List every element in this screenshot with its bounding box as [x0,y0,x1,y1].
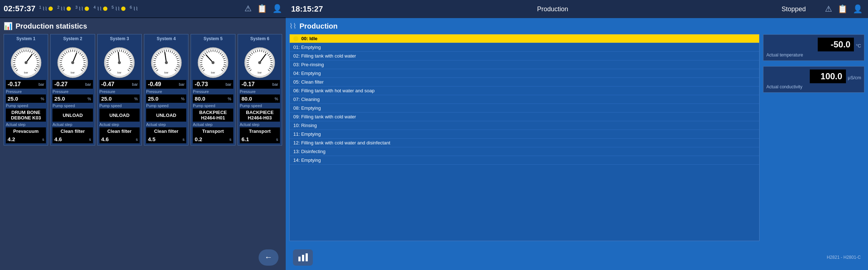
step-item-01[interactable]: 01: Emptying [290,43,759,52]
pressure-label-1: Pressure [6,89,22,94]
cond-label: Actual conductivity [766,84,802,89]
pressure-value-2: -0.27 [54,81,67,88]
pressure-display-3: -0.47 bar [99,80,140,89]
step-item-03[interactable]: 03: Pre-rinsing [290,60,759,69]
step-item-05[interactable]: 05: Clean filter [290,78,759,87]
system-card-4: System 4 bar -1 0 -0.49 bar Pressure 25.… [144,34,188,145]
time-unit-3: s [136,137,138,142]
time-unit-4: s [183,137,185,142]
step-label-12: 12: Filling tank with cold water and dis… [293,140,390,145]
system-title-5: System 5 [204,36,223,41]
time-val-3: 4.6 [101,136,109,142]
right-top-bar: 18:15:27 Production Stopped ⚠ 📋 👤 [286,0,868,18]
svg-text:0: 0 [85,65,86,68]
person-icon-left[interactable]: 👤 [272,4,282,13]
svg-rect-206 [306,253,308,261]
time-display-1: 4.2 s [6,135,46,143]
pressure-unit-2: bar [85,82,91,87]
time-display-2: 4.6 s [52,135,93,143]
step-item-14[interactable]: 14: Emptying [290,156,759,165]
right-status: Stopped [782,5,818,13]
person-icon-right[interactable]: 👤 [853,4,863,14]
step-display-5: BACKPIECE H2464-H01 [193,109,233,122]
pressure-unit-5: bar [226,82,231,87]
step-item-13[interactable]: 13: Disinfecting [290,147,759,156]
pressure-label-5: Pressure [193,89,209,94]
cond-value: 100.0 [810,69,846,83]
pump-unit-1: % [41,97,44,101]
step-label-14: 14: Emptying [293,157,321,163]
step-item-08[interactable]: 08: Emptying [290,104,759,113]
svg-rect-204 [298,257,301,261]
step-label-5: Actual step [193,122,212,127]
step-label-4: Actual step [146,122,166,127]
pressure-label-6: Pressure [240,89,256,94]
step-label-13: 13: Disinfecting [293,149,326,154]
step-label-6: Actual step [240,122,259,127]
time-val-1: 4.2 [8,136,15,142]
temp-value-row: -50.0 °C [766,38,861,51]
dot-1 [48,7,53,11]
left-top-icons: ⚠ 📋 👤 [244,4,282,13]
clipboard-icon-left[interactable]: 📋 [257,4,267,13]
step-label-11: 11: Emptying [293,131,321,137]
pump-value-6: 80.0 [242,96,252,102]
step-item-10[interactable]: 10: Rinsing [290,121,759,130]
waveform-icon-3: ⌇⌇ [78,6,84,12]
step-item-04[interactable]: 04: Emptying [290,69,759,78]
svg-text:bar: bar [258,71,262,74]
left-panel: 02:57:37 1 ⌇⌇ 2 ⌇⌇ 3 ⌇⌇ 4 ⌇⌇ [0,0,286,270]
time-unit-2: s [89,137,91,142]
step-item-00[interactable]: 00: Idle [290,34,759,43]
pump-unit-3: % [134,97,138,101]
step-item-06[interactable]: 06: Filling tank with hot water and soap [290,87,759,95]
pressure-value-3: -0.47 [101,81,114,88]
right-time: 18:15:27 [291,4,324,14]
step-label-10: 10: Rinsing [293,123,317,128]
gauge-5: bar -1 0 [195,43,231,79]
step-item-09[interactable]: 09: Filling tank with cold water [290,113,759,121]
svg-text:bar: bar [24,71,28,74]
sys-indicator-5: 5 ⌇⌇ [112,5,125,12]
back-button[interactable]: ← [259,249,278,266]
system-indicators: 1 ⌇⌇ 2 ⌇⌇ 3 ⌇⌇ 4 ⌇⌇ 5 ⌇⌇ [39,5,242,12]
chart-button[interactable] [293,249,313,266]
temperature-box: -50.0 °C Actual temperature [763,34,864,61]
warning-icon-right[interactable]: ⚠ [825,4,832,14]
dot-5 [121,7,125,11]
step-item-11[interactable]: 11: Emptying [290,130,759,139]
svg-text:bar: bar [118,71,122,74]
temp-unit: °C [856,43,861,48]
step-item-12[interactable]: 12: Filling tank with cold water and dis… [290,139,759,147]
filter-display-1: Prevacuum [6,127,46,135]
pump-unit-2: % [88,97,91,101]
pump-unit-5: % [228,97,231,101]
step-display-1: DRUM BONE DEBONE K03 [6,109,46,122]
warning-icon-left[interactable]: ⚠ [244,4,252,13]
step-label-07: 07: Cleaning [293,97,320,102]
pressure-display-1: -0.17 bar [6,80,46,89]
time-val-6: 6.1 [242,136,249,142]
stats-icon: 📊 [4,22,13,30]
prod-title: ⌇⌇ Production [289,22,760,30]
pump-label-6: Pump speed [240,104,262,108]
right-top-icons: ⚠ 📋 👤 [825,4,863,14]
step-item-07[interactable]: 07: Cleaning [290,95,759,104]
step-label-06: 06: Filling tank with hot water and soap [293,88,375,93]
svg-text:0: 0 [272,65,273,68]
pump-display-1: 25.0 % [6,94,46,103]
sys-indicator-1: 1 ⌇⌇ [39,5,53,12]
step-label-00: 00: Idle [301,36,318,41]
filter-display-2: Clean filter [52,127,93,135]
gauge-1: bar -1 0 [8,43,44,79]
pressure-display-4: -0.49 bar [146,80,186,89]
sys-indicator-4: 4 ⌇⌇ [93,5,107,12]
production-section: ⌇⌇ Production 00: Idle01: Emptying02: Fi… [289,22,760,241]
step-item-02[interactable]: 02: Filling tank with cold water [290,52,759,60]
cond-value-row: 100.0 μS/cm [766,69,861,83]
clipboard-icon-right[interactable]: 📋 [838,4,847,14]
svg-text:-1: -1 [246,65,248,68]
pump-display-2: 25.0 % [52,94,93,103]
step-display-2: UNLOAD [52,109,93,122]
pressure-label-3: Pressure [99,89,115,94]
